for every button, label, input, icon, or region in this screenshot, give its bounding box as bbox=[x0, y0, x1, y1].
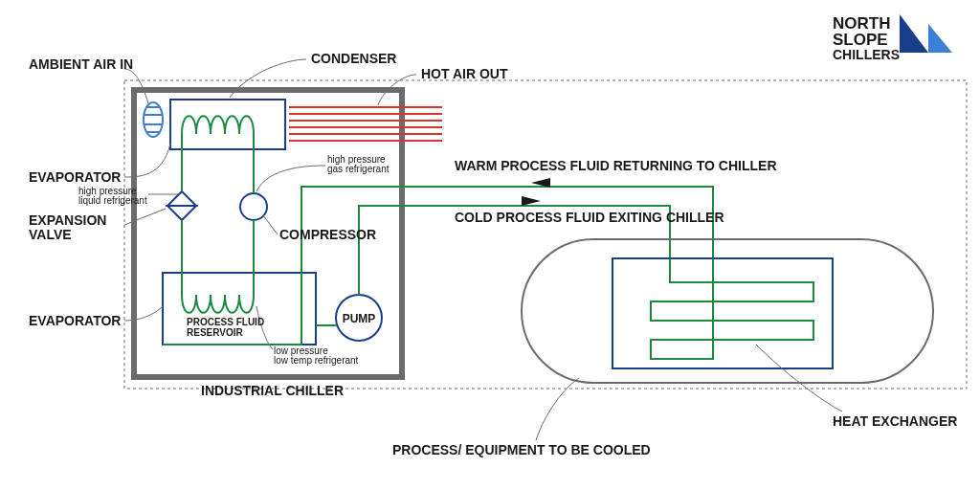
compressor-label: COMPRESSOR bbox=[279, 227, 376, 242]
ambient-air-label: AMBIENT AIR IN bbox=[29, 56, 133, 72]
condenser-label: CONDENSER bbox=[311, 51, 396, 66]
expansion-valve-label2: VALVE bbox=[29, 227, 72, 242]
leader-hex bbox=[756, 345, 842, 412]
leader-evap2 bbox=[124, 306, 163, 321]
heat-exchanger bbox=[612, 258, 833, 368]
evaporator2-label: EVAPORATOR bbox=[29, 313, 121, 328]
lp-ref-label2: low temp refrigerant bbox=[274, 355, 359, 366]
svg-text:PUMP: PUMP bbox=[343, 312, 376, 325]
brand-logo: NORTH SLOPE CHILLERS bbox=[833, 14, 952, 62]
hot-air-label: HOT AIR OUT bbox=[421, 66, 508, 81]
svg-marker-14 bbox=[167, 206, 196, 220]
industrial-chiller-label: INDUSTRIAL CHILLER bbox=[201, 383, 344, 398]
leader-comp bbox=[263, 215, 278, 234]
process-equipment-label: PROCESS/ EQUIPMENT TO BE COOLED bbox=[392, 442, 651, 457]
reservoir-label1: PROCESS FLUID bbox=[187, 317, 264, 327]
cold-fluid-label: COLD PROCESS FLUID EXITING CHILLER bbox=[455, 210, 724, 225]
evaporator1-label: EVAPORATOR bbox=[29, 169, 121, 185]
svg-rect-17 bbox=[612, 258, 833, 368]
leader-expv bbox=[124, 209, 166, 225]
leader-process bbox=[536, 378, 579, 440]
hp-liquid-label2: liquid refrigerant bbox=[78, 195, 147, 206]
leader-lpref bbox=[256, 306, 273, 349]
pump-icon: PUMP bbox=[336, 295, 382, 341]
arrow-cold-icon bbox=[522, 196, 541, 206]
system-boundary bbox=[124, 80, 967, 389]
reservoir-label2: RESERVOIR bbox=[187, 327, 243, 338]
ambient-fan-icon bbox=[144, 102, 163, 137]
warm-fluid-label: WARM PROCESS FLUID RETURNING TO CHILLER bbox=[455, 158, 777, 173]
compressor-icon bbox=[240, 193, 267, 220]
hot-air-lines bbox=[289, 107, 442, 141]
svg-marker-0 bbox=[900, 14, 928, 53]
logo-l3: CHILLERS bbox=[833, 47, 900, 62]
evaporator-coil bbox=[182, 273, 254, 313]
condenser-box bbox=[170, 100, 285, 149]
heat-exchanger-label: HEAT EXCHANGER bbox=[833, 413, 957, 429]
process-vessel bbox=[522, 239, 933, 383]
expansion-valve-label1: EXPANSION bbox=[29, 212, 106, 228]
expansion-valve-icon bbox=[167, 191, 196, 220]
svg-marker-13 bbox=[167, 191, 196, 206]
hp-gas-label2: gas refrigerant bbox=[327, 164, 390, 174]
svg-marker-1 bbox=[928, 24, 952, 53]
condenser-coil bbox=[182, 116, 254, 149]
